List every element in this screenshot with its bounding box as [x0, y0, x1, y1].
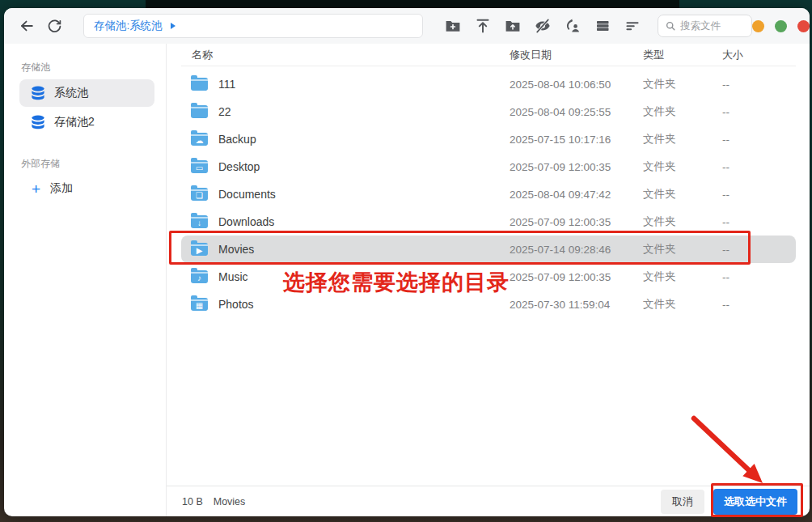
folder-icon: ▦ [191, 298, 208, 311]
cancel-button[interactable]: 取消 [661, 490, 704, 514]
add-label: 添加 [50, 181, 73, 196]
breadcrumb-path[interactable]: 存储池:系统池 [94, 19, 163, 33]
table-row[interactable]: ❏ Documents 2025-08-04 09:47:42 文件夹 -- [181, 180, 796, 208]
file-name: Photos [218, 298, 254, 311]
column-header-name[interactable]: 名称 [192, 48, 510, 62]
file-size: -- [722, 106, 796, 118]
selection-name: Movies [214, 496, 246, 507]
list-view-button[interactable] [594, 17, 611, 35]
search-icon [665, 20, 676, 32]
file-type: 文件夹 [643, 214, 722, 229]
table-row[interactable]: ▭ Desktop 2025-07-09 12:00:35 文件夹 -- [181, 153, 796, 180]
search-input[interactable] [680, 20, 745, 32]
folder-emblem-icon: ▶ [191, 245, 208, 256]
toggle-hidden-files-button[interactable] [534, 17, 552, 35]
file-type: 文件夹 [643, 297, 722, 312]
file-name: Downloads [218, 215, 274, 228]
column-header-size[interactable]: 大小 [722, 48, 796, 62]
file-type: 文件夹 [643, 242, 722, 257]
refresh-icon [47, 19, 62, 34]
file-date: 2025-07-14 09:28:46 [510, 244, 643, 256]
file-name: Desktop [218, 160, 260, 173]
refresh-button[interactable] [43, 15, 66, 37]
folder-emblem-icon [191, 108, 208, 118]
sidebar-pool-item[interactable]: 系统池 [19, 79, 154, 107]
folder-emblem-icon: ❏ [191, 190, 208, 201]
folder-emblem-icon [191, 80, 208, 91]
confirm-select-button[interactable]: 选取选中文件 [713, 489, 797, 515]
minimize-button[interactable] [752, 20, 764, 32]
sidebar: 存储池 系统池 存储池2 外部存储 + 添加 [4, 44, 167, 516]
sort-button[interactable] [624, 17, 641, 35]
close-button[interactable] [797, 20, 810, 32]
maximize-button[interactable] [775, 20, 787, 32]
eye-off-icon [534, 17, 552, 35]
file-name: Movies [218, 243, 254, 256]
add-external-storage-button[interactable]: + 添加 [20, 176, 154, 202]
file-size: -- [722, 299, 796, 311]
folder-emblem-icon: ▭ [191, 163, 208, 173]
table-row[interactable]: ▦ Photos 2025-07-30 11:59:04 文件夹 -- [181, 291, 796, 318]
file-name: Documents [218, 188, 276, 201]
selection-size: 10 B [182, 496, 203, 507]
file-type: 文件夹 [643, 132, 722, 146]
file-type: 文件夹 [643, 159, 722, 174]
column-header-type[interactable]: 类型 [643, 48, 722, 62]
plus-icon: + [32, 181, 40, 197]
folder-icon: ▶ [191, 243, 208, 256]
pool-label: 系统池 [54, 86, 88, 100]
file-size: -- [722, 189, 796, 201]
file-size: -- [722, 271, 796, 283]
file-type: 文件夹 [643, 104, 722, 119]
storage-pool-icon [30, 85, 46, 101]
search-box[interactable] [658, 15, 752, 37]
folder-icon: ↓ [191, 215, 208, 228]
file-size: -- [722, 79, 796, 91]
toolbar-actions [444, 17, 641, 35]
table-row[interactable]: 22 2025-08-04 09:25:55 文件夹 -- [181, 98, 796, 125]
file-size: -- [722, 134, 796, 146]
upload-button[interactable] [474, 17, 492, 35]
folder-emblem-icon: ↓ [191, 218, 208, 228]
breadcrumb[interactable]: 存储池:系统池 [83, 14, 423, 38]
file-date: 2025-08-04 09:25:55 [510, 106, 643, 118]
file-date: 2025-07-09 12:00:35 [510, 216, 643, 228]
new-folder-icon [444, 17, 462, 35]
file-date: 2025-07-09 12:00:35 [510, 271, 643, 283]
sync-user-button[interactable] [564, 17, 582, 35]
sidebar-pool-item[interactable]: 存储池2 [19, 108, 154, 136]
folder-icon: ☁ [191, 133, 208, 146]
folder-icon: ♪ [191, 270, 208, 283]
folder-icon: ▭ [191, 160, 208, 173]
file-rows: 111 2025-08-04 10:06:50 文件夹 -- 22 2025-0… [167, 66, 810, 318]
footer-bar: 10 B Movies 取消 选取选中文件 [167, 486, 810, 516]
file-size: -- [722, 161, 796, 173]
folder-emblem-icon: ♪ [191, 273, 208, 283]
window-controls [752, 20, 810, 32]
file-size: -- [722, 216, 796, 228]
new-folder-button[interactable] [444, 17, 462, 35]
folder-icon [191, 78, 208, 91]
folder-up-button[interactable] [504, 17, 522, 35]
table-row[interactable]: ▶ Movies 2025-07-14 09:28:46 文件夹 -- [181, 236, 796, 263]
file-type: 文件夹 [643, 77, 722, 91]
file-type: 文件夹 [643, 187, 722, 202]
table-row[interactable]: ♪ Music 2025-07-09 12:00:35 文件夹 -- [181, 263, 796, 291]
dialog-toolbar: 存储池:系统池 [4, 8, 810, 44]
back-arrow-icon [19, 18, 35, 34]
folder-emblem-icon: ☁ [191, 135, 208, 146]
file-size: -- [722, 244, 796, 256]
file-type: 文件夹 [643, 269, 722, 284]
table-row[interactable]: ☁ Backup 2025-07-15 10:17:16 文件夹 -- [181, 125, 796, 153]
column-header-date[interactable]: 修改日期 [510, 48, 643, 62]
file-name: 22 [218, 105, 231, 118]
table-row[interactable]: 111 2025-08-04 10:06:50 文件夹 -- [181, 70, 796, 98]
folder-emblem-icon: ▦ [191, 300, 208, 311]
desktop-background: 存储池:系统池 [0, 0, 812, 522]
background-window-band [146, 0, 679, 8]
back-button[interactable] [15, 15, 38, 37]
folder-up-icon [504, 17, 522, 35]
file-list-panel: 名称 修改日期 类型 大小 111 2025-08-04 10:06:50 文件… [167, 44, 810, 516]
table-row[interactable]: ↓ Downloads 2025-07-09 12:00:35 文件夹 -- [181, 208, 796, 236]
sidebar-section-external-storage: 外部存储 [20, 157, 154, 171]
